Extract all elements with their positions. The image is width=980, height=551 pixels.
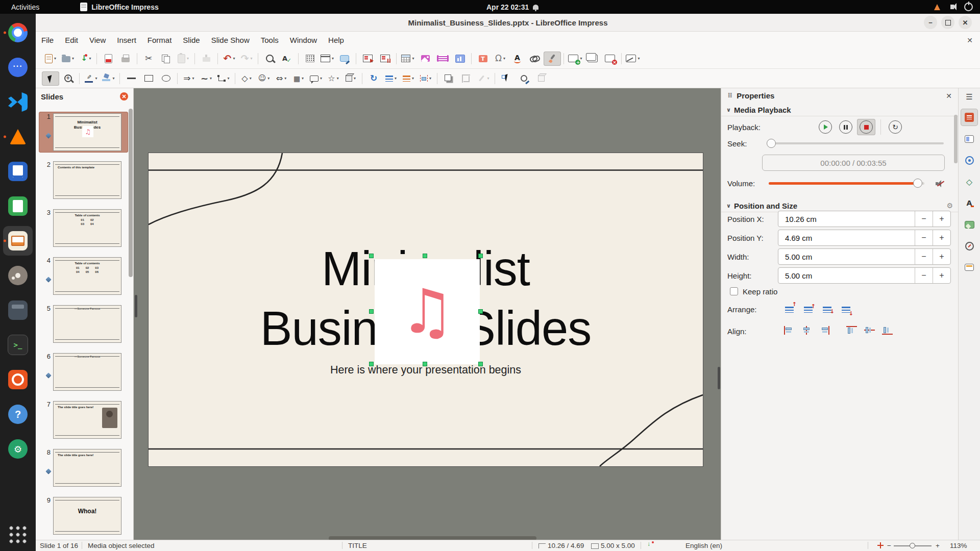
- insert-text-box[interactable]: [474, 52, 492, 66]
- paste-dropdown[interactable]: ▾: [187, 56, 189, 61]
- lines-and-arrows[interactable]: ⇒▾: [180, 71, 198, 86]
- system-tray[interactable]: [934, 3, 973, 11]
- line-color[interactable]: ▾: [82, 71, 100, 86]
- sidebar-tab-transition[interactable]: [961, 130, 978, 147]
- new-slide[interactable]: ▾: [567, 52, 584, 66]
- curves-and-polygons-dropdown[interactable]: ▾: [210, 76, 212, 81]
- dock-item-files[interactable]: [3, 295, 33, 325]
- zoom-out-button[interactable]: −: [887, 542, 891, 549]
- language-status[interactable]: English (en): [685, 542, 722, 549]
- slide-thumbnail-6[interactable]: 6—Someone Famous: [39, 352, 128, 392]
- properties-close-icon[interactable]: ✕: [946, 92, 952, 100]
- rectangle[interactable]: [140, 71, 157, 86]
- slide-thumbnail-1[interactable]: 1MinimalistBusine Slides♫: [39, 112, 128, 153]
- sidebar-tab-master[interactable]: [961, 259, 978, 276]
- volume-icon[interactable]: [950, 5, 954, 9]
- slide-thumbnail-9[interactable]: 9Whoa!: [39, 495, 128, 536]
- insert-chart[interactable]: [451, 52, 469, 66]
- shadow[interactable]: [440, 71, 457, 86]
- display-grid[interactable]: [301, 52, 318, 66]
- seek-slider-thumb[interactable]: [767, 139, 776, 148]
- slide-thumbnail-7[interactable]: 7The slide title goes here!: [39, 399, 128, 440]
- volume-slider-thumb[interactable]: [913, 179, 922, 188]
- save-dropdown[interactable]: ▾: [89, 56, 91, 61]
- block-arrows-dropdown[interactable]: ▾: [284, 76, 286, 81]
- dock-item-ubuntu-software[interactable]: [3, 365, 33, 394]
- stars-and-banners-dropdown[interactable]: ▾: [337, 76, 339, 81]
- curves-and-polygons[interactable]: ▾: [198, 71, 215, 86]
- mute-icon[interactable]: [936, 180, 945, 187]
- zoom-slider-thumb[interactable]: [910, 543, 915, 548]
- spelling[interactable]: [278, 52, 296, 66]
- slide-thumbnail-4[interactable]: 4Table of contents010203040506: [39, 256, 128, 296]
- width-increment-button[interactable]: +: [933, 249, 950, 264]
- dock-item-chat[interactable]: [3, 53, 33, 82]
- dock-item-vlc[interactable]: [3, 122, 33, 152]
- height-field[interactable]: 5.00 cm−+: [778, 267, 951, 284]
- menu-slide[interactable]: Slide: [177, 34, 205, 46]
- sidebar-tab-animation[interactable]: [961, 152, 978, 169]
- sidebar-settings-icon[interactable]: ☰: [966, 92, 972, 102]
- select[interactable]: [42, 71, 59, 86]
- center-horizontal-button[interactable]: [801, 326, 812, 335]
- align-top-button[interactable]: [846, 326, 857, 335]
- align-bottom-button[interactable]: [882, 326, 893, 335]
- zoom-level-status[interactable]: 113%: [950, 542, 967, 549]
- bring-forward-button[interactable]: [802, 303, 816, 314]
- copy[interactable]: [157, 52, 175, 66]
- slide-thumbnail-image[interactable]: Table of contents01020304: [53, 209, 121, 247]
- arrange[interactable]: ▾: [400, 71, 417, 86]
- flowchart[interactable]: ▦▾: [290, 71, 307, 86]
- selection-handle[interactable]: [478, 309, 483, 314]
- find-and-replace[interactable]: [261, 52, 278, 66]
- window-titlebar[interactable]: Minimalist_Business_Slides.pptx - LibreO…: [36, 14, 980, 32]
- position-x-field[interactable]: 10.26 cm−+: [778, 211, 951, 227]
- zoom-in-button[interactable]: +: [936, 542, 940, 549]
- sidebar-tab-properties[interactable]: [961, 109, 978, 126]
- slides-panel-close-icon[interactable]: ✕: [120, 92, 128, 101]
- dock-item-terminal[interactable]: [3, 330, 33, 360]
- delete-slide[interactable]: [601, 52, 619, 66]
- dock-item-help[interactable]: [3, 399, 33, 429]
- position-x-increment-button[interactable]: +: [933, 211, 950, 227]
- insert-special-character[interactable]: Ω▾: [492, 52, 509, 66]
- slide-thumbnail-image[interactable]: The slide title goes here!: [53, 449, 121, 487]
- insert-image[interactable]: [416, 52, 434, 66]
- menu-edit[interactable]: Edit: [59, 34, 84, 46]
- maximize-button[interactable]: [941, 16, 954, 29]
- align-left-button[interactable]: [783, 326, 794, 335]
- start-from-first-slide[interactable]: [359, 52, 376, 66]
- line-color-dropdown[interactable]: ▾: [95, 76, 97, 81]
- undo[interactable]: ↶▾: [220, 52, 238, 66]
- block-arrows[interactable]: ⇔▾: [273, 71, 290, 86]
- show-draw-functions[interactable]: [544, 52, 561, 66]
- connectors-dropdown[interactable]: ▾: [227, 76, 229, 81]
- slide-thumbnail-image[interactable]: —Someone Famous: [53, 353, 121, 391]
- symbol-shapes[interactable]: ☺▾: [255, 71, 273, 86]
- fill-color[interactable]: ▾: [100, 71, 117, 86]
- power-icon[interactable]: [964, 3, 973, 11]
- close-document-button[interactable]: ✕: [967, 36, 973, 44]
- insert-table-dropdown[interactable]: ▾: [412, 56, 414, 61]
- activities-button[interactable]: Activities: [11, 3, 39, 11]
- callout-shapes-dropdown[interactable]: ▾: [320, 76, 322, 81]
- cut[interactable]: ✂: [140, 52, 157, 66]
- undo-dropdown[interactable]: ▾: [233, 56, 235, 61]
- menu-insert[interactable]: Insert: [111, 34, 142, 46]
- fit-slide-icon[interactable]: [877, 542, 884, 548]
- bring-to-front-button[interactable]: [783, 303, 797, 314]
- distribute-selection-dropdown[interactable]: ▾: [429, 76, 431, 81]
- new-slide-dropdown[interactable]: ▾: [580, 56, 582, 61]
- insert-audio-or-video[interactable]: [434, 52, 451, 66]
- selection-handle[interactable]: [369, 254, 374, 258]
- document-modified-icon[interactable]: [647, 541, 653, 548]
- dock-item-libreoffice-writer[interactable]: [3, 157, 33, 186]
- width-decrement-button[interactable]: −: [915, 249, 933, 264]
- basic-shapes-dropdown[interactable]: ▾: [250, 76, 252, 81]
- selection-handle[interactable]: [369, 309, 374, 314]
- left-splitter[interactable]: [134, 88, 138, 540]
- show-gluepoint-functions[interactable]: [515, 71, 532, 86]
- stars-and-banners[interactable]: ☆▾: [325, 71, 342, 86]
- media-playback-section-header[interactable]: ∨ Media Playback: [721, 104, 958, 116]
- play-button[interactable]: [816, 119, 835, 135]
